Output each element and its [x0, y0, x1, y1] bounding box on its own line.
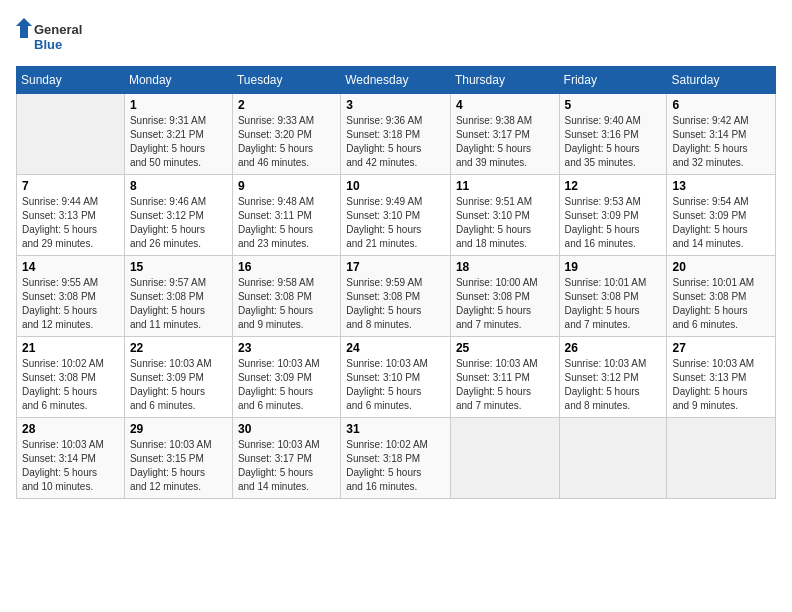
day-cell: 15Sunrise: 9:57 AM Sunset: 3:08 PM Dayli…: [124, 256, 232, 337]
day-cell: 10Sunrise: 9:49 AM Sunset: 3:10 PM Dayli…: [341, 175, 451, 256]
day-number: 17: [346, 260, 445, 274]
day-number: 5: [565, 98, 662, 112]
logo-svg: General Blue: [16, 16, 86, 56]
day-number: 14: [22, 260, 119, 274]
week-row-1: 1Sunrise: 9:31 AM Sunset: 3:21 PM Daylig…: [17, 94, 776, 175]
day-number: 15: [130, 260, 227, 274]
day-number: 16: [238, 260, 335, 274]
day-info: Sunrise: 10:03 AM Sunset: 3:09 PM Daylig…: [130, 357, 227, 413]
col-header-monday: Monday: [124, 67, 232, 94]
day-cell: 2Sunrise: 9:33 AM Sunset: 3:20 PM Daylig…: [232, 94, 340, 175]
day-cell: 11Sunrise: 9:51 AM Sunset: 3:10 PM Dayli…: [450, 175, 559, 256]
day-number: 2: [238, 98, 335, 112]
day-number: 23: [238, 341, 335, 355]
day-info: Sunrise: 9:57 AM Sunset: 3:08 PM Dayligh…: [130, 276, 227, 332]
day-info: Sunrise: 9:59 AM Sunset: 3:08 PM Dayligh…: [346, 276, 445, 332]
day-cell: 30Sunrise: 10:03 AM Sunset: 3:17 PM Dayl…: [232, 418, 340, 499]
day-cell: 31Sunrise: 10:02 AM Sunset: 3:18 PM Dayl…: [341, 418, 451, 499]
day-info: Sunrise: 9:53 AM Sunset: 3:09 PM Dayligh…: [565, 195, 662, 251]
day-cell: 17Sunrise: 9:59 AM Sunset: 3:08 PM Dayli…: [341, 256, 451, 337]
day-info: Sunrise: 9:31 AM Sunset: 3:21 PM Dayligh…: [130, 114, 227, 170]
day-cell: 27Sunrise: 10:03 AM Sunset: 3:13 PM Dayl…: [667, 337, 776, 418]
day-number: 9: [238, 179, 335, 193]
day-number: 4: [456, 98, 554, 112]
day-info: Sunrise: 10:02 AM Sunset: 3:18 PM Daylig…: [346, 438, 445, 494]
day-cell: 24Sunrise: 10:03 AM Sunset: 3:10 PM Dayl…: [341, 337, 451, 418]
col-header-tuesday: Tuesday: [232, 67, 340, 94]
page-header: General Blue: [16, 16, 776, 56]
day-info: Sunrise: 9:48 AM Sunset: 3:11 PM Dayligh…: [238, 195, 335, 251]
day-info: Sunrise: 10:00 AM Sunset: 3:08 PM Daylig…: [456, 276, 554, 332]
day-cell: 22Sunrise: 10:03 AM Sunset: 3:09 PM Dayl…: [124, 337, 232, 418]
day-number: 30: [238, 422, 335, 436]
day-number: 10: [346, 179, 445, 193]
day-info: Sunrise: 10:03 AM Sunset: 3:10 PM Daylig…: [346, 357, 445, 413]
day-info: Sunrise: 9:58 AM Sunset: 3:08 PM Dayligh…: [238, 276, 335, 332]
week-row-2: 7Sunrise: 9:44 AM Sunset: 3:13 PM Daylig…: [17, 175, 776, 256]
day-info: Sunrise: 9:33 AM Sunset: 3:20 PM Dayligh…: [238, 114, 335, 170]
day-info: Sunrise: 9:38 AM Sunset: 3:17 PM Dayligh…: [456, 114, 554, 170]
day-number: 24: [346, 341, 445, 355]
day-info: Sunrise: 10:03 AM Sunset: 3:12 PM Daylig…: [565, 357, 662, 413]
day-number: 28: [22, 422, 119, 436]
day-number: 20: [672, 260, 770, 274]
svg-marker-2: [16, 18, 32, 38]
col-header-saturday: Saturday: [667, 67, 776, 94]
day-info: Sunrise: 10:03 AM Sunset: 3:09 PM Daylig…: [238, 357, 335, 413]
day-number: 18: [456, 260, 554, 274]
day-cell: 26Sunrise: 10:03 AM Sunset: 3:12 PM Dayl…: [559, 337, 667, 418]
logo: General Blue: [16, 16, 86, 56]
day-cell: 3Sunrise: 9:36 AM Sunset: 3:18 PM Daylig…: [341, 94, 451, 175]
day-number: 29: [130, 422, 227, 436]
svg-text:Blue: Blue: [34, 37, 62, 52]
day-number: 11: [456, 179, 554, 193]
day-info: Sunrise: 10:02 AM Sunset: 3:08 PM Daylig…: [22, 357, 119, 413]
day-number: 13: [672, 179, 770, 193]
day-info: Sunrise: 9:42 AM Sunset: 3:14 PM Dayligh…: [672, 114, 770, 170]
day-info: Sunrise: 10:01 AM Sunset: 3:08 PM Daylig…: [672, 276, 770, 332]
day-info: Sunrise: 10:03 AM Sunset: 3:11 PM Daylig…: [456, 357, 554, 413]
day-cell: 4Sunrise: 9:38 AM Sunset: 3:17 PM Daylig…: [450, 94, 559, 175]
day-info: Sunrise: 10:01 AM Sunset: 3:08 PM Daylig…: [565, 276, 662, 332]
day-number: 8: [130, 179, 227, 193]
day-cell: 16Sunrise: 9:58 AM Sunset: 3:08 PM Dayli…: [232, 256, 340, 337]
day-number: 6: [672, 98, 770, 112]
day-cell: [450, 418, 559, 499]
day-number: 25: [456, 341, 554, 355]
day-number: 31: [346, 422, 445, 436]
header-row: SundayMondayTuesdayWednesdayThursdayFrid…: [17, 67, 776, 94]
day-number: 27: [672, 341, 770, 355]
day-cell: 19Sunrise: 10:01 AM Sunset: 3:08 PM Dayl…: [559, 256, 667, 337]
day-info: Sunrise: 9:40 AM Sunset: 3:16 PM Dayligh…: [565, 114, 662, 170]
day-info: Sunrise: 9:46 AM Sunset: 3:12 PM Dayligh…: [130, 195, 227, 251]
col-header-sunday: Sunday: [17, 67, 125, 94]
day-info: Sunrise: 9:54 AM Sunset: 3:09 PM Dayligh…: [672, 195, 770, 251]
week-row-5: 28Sunrise: 10:03 AM Sunset: 3:14 PM Dayl…: [17, 418, 776, 499]
week-row-4: 21Sunrise: 10:02 AM Sunset: 3:08 PM Dayl…: [17, 337, 776, 418]
day-cell: 1Sunrise: 9:31 AM Sunset: 3:21 PM Daylig…: [124, 94, 232, 175]
day-cell: 14Sunrise: 9:55 AM Sunset: 3:08 PM Dayli…: [17, 256, 125, 337]
day-info: Sunrise: 9:51 AM Sunset: 3:10 PM Dayligh…: [456, 195, 554, 251]
day-info: Sunrise: 10:03 AM Sunset: 3:15 PM Daylig…: [130, 438, 227, 494]
day-cell: 6Sunrise: 9:42 AM Sunset: 3:14 PM Daylig…: [667, 94, 776, 175]
day-cell: 7Sunrise: 9:44 AM Sunset: 3:13 PM Daylig…: [17, 175, 125, 256]
day-cell: [17, 94, 125, 175]
day-cell: 20Sunrise: 10:01 AM Sunset: 3:08 PM Dayl…: [667, 256, 776, 337]
day-info: Sunrise: 10:03 AM Sunset: 3:17 PM Daylig…: [238, 438, 335, 494]
day-cell: 21Sunrise: 10:02 AM Sunset: 3:08 PM Dayl…: [17, 337, 125, 418]
day-cell: 9Sunrise: 9:48 AM Sunset: 3:11 PM Daylig…: [232, 175, 340, 256]
day-cell: 5Sunrise: 9:40 AM Sunset: 3:16 PM Daylig…: [559, 94, 667, 175]
week-row-3: 14Sunrise: 9:55 AM Sunset: 3:08 PM Dayli…: [17, 256, 776, 337]
day-cell: [559, 418, 667, 499]
day-number: 19: [565, 260, 662, 274]
svg-text:General: General: [34, 22, 82, 37]
day-info: Sunrise: 9:55 AM Sunset: 3:08 PM Dayligh…: [22, 276, 119, 332]
day-cell: 29Sunrise: 10:03 AM Sunset: 3:15 PM Dayl…: [124, 418, 232, 499]
day-number: 26: [565, 341, 662, 355]
day-number: 7: [22, 179, 119, 193]
day-number: 1: [130, 98, 227, 112]
day-info: Sunrise: 10:03 AM Sunset: 3:13 PM Daylig…: [672, 357, 770, 413]
day-cell: 25Sunrise: 10:03 AM Sunset: 3:11 PM Dayl…: [450, 337, 559, 418]
col-header-wednesday: Wednesday: [341, 67, 451, 94]
day-info: Sunrise: 10:03 AM Sunset: 3:14 PM Daylig…: [22, 438, 119, 494]
